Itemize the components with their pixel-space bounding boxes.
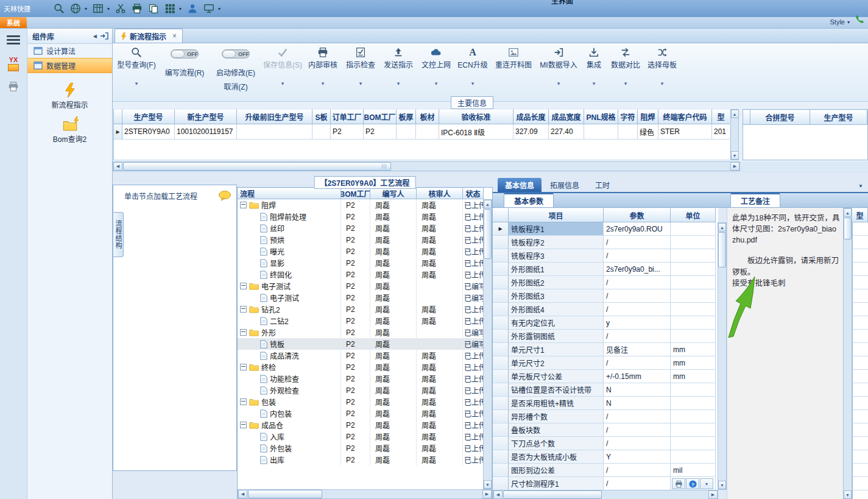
- param-item-cell[interactable]: 是否采用粗铣+精铣: [509, 397, 604, 410]
- param-value-cell[interactable]: /: [604, 356, 671, 370]
- grid-column-header[interactable]: S板: [312, 109, 331, 124]
- grid-column-header[interactable]: 生产型号: [122, 109, 175, 124]
- save-info-button[interactable]: 保存信息(S) ▾: [261, 43, 304, 101]
- grid-column-header[interactable]: 升级前旧生产型号: [237, 109, 312, 124]
- dropdown-arrow-icon[interactable]: ▾: [593, 80, 596, 87]
- grid-cell[interactable]: P2: [331, 124, 364, 140]
- shortcut-new-flow-instruction[interactable]: 新流程指示: [27, 83, 112, 110]
- param-unit-cell[interactable]: [671, 289, 716, 303]
- scroll-up-icon[interactable]: ▲: [718, 223, 726, 232]
- grid-column-header[interactable]: 字符: [618, 109, 638, 124]
- param-unit-cell[interactable]: mm: [671, 343, 716, 356]
- scroll-left-icon[interactable]: ◀: [113, 162, 122, 171]
- tree-expander-icon[interactable]: [240, 202, 247, 208]
- param-item-cell[interactable]: 单元尺寸1: [509, 343, 604, 356]
- param-row[interactable]: ▶ 外形图纸3 /: [493, 289, 718, 303]
- dropdown-arrow-icon[interactable]: ▾: [661, 80, 664, 87]
- param-row[interactable]: ▶ 外形图纸1 2s7er0y9a0_bi...: [493, 263, 718, 276]
- grid-cell[interactable]: IPC-6018 Ⅱ级: [439, 124, 513, 140]
- scroll-down-icon[interactable]: ▼: [731, 151, 739, 160]
- param-value-cell[interactable]: N: [604, 383, 671, 397]
- tab-new-flow-instruction[interactable]: 新流程指示 ×: [115, 29, 183, 43]
- grid-column-header[interactable]: 订单工厂: [331, 109, 364, 124]
- param-item-cell[interactable]: 铣板程序2: [509, 236, 604, 249]
- param-row[interactable]: ▶ 铣板程序3 /: [493, 249, 718, 263]
- collapse-left-icon[interactable]: ◀: [93, 34, 97, 39]
- 曝光[interactable]: 曝光 P2 周磊 周磊 已上传: [238, 246, 483, 257]
- scroll-thumb[interactable]: [484, 209, 492, 259]
- param-item-cell[interactable]: 单元尺寸2: [509, 356, 604, 370]
- scroll-up-icon[interactable]: ▲: [731, 110, 739, 118]
- 阻焊前处理[interactable]: 阻焊前处理 P2 周磊 周磊 已上传: [238, 211, 483, 222]
- params-column-header[interactable]: 参数: [604, 208, 671, 222]
- grid-column-header[interactable]: PNL规格: [584, 109, 618, 124]
- 阻焊[interactable]: 阻焊 P2 周磊 周磊 已上传: [238, 199, 483, 211]
- params-column-header[interactable]: 项目: [509, 208, 604, 222]
- param-value-cell[interactable]: 见备注: [604, 343, 671, 356]
- param-value-cell[interactable]: 2s7er0y9a0.ROU: [604, 222, 671, 236]
- param-unit-cell[interactable]: [671, 276, 716, 289]
- printer-icon[interactable]: [132, 3, 143, 14]
- grid-cell[interactable]: 绿色: [638, 124, 658, 140]
- ecn-upgrade-button[interactable]: A ECN升级 ▾: [455, 43, 490, 101]
- dropdown-arrow-icon[interactable]: ▾: [359, 80, 362, 87]
- scroll-left-icon[interactable]: ◀: [493, 490, 503, 499]
- param-value-cell[interactable]: Y: [604, 450, 671, 464]
- user-icon[interactable]: [187, 3, 198, 14]
- param-row[interactable]: ▶ 下刀点总个数 /: [493, 437, 718, 450]
- monitor-icon[interactable]: [203, 3, 214, 14]
- param-item-cell[interactable]: 图形到边公差: [509, 464, 604, 477]
- scroll-up-icon[interactable]: ▲: [844, 208, 852, 217]
- grid-column-header[interactable]: 板材: [416, 109, 439, 124]
- grid-column-header[interactable]: 合拼型号: [750, 110, 810, 125]
- param-item-cell[interactable]: 下刀点总个数: [509, 437, 604, 450]
- grid-cell[interactable]: 327.09: [513, 124, 549, 140]
- param-value-cell[interactable]: y: [604, 316, 671, 330]
- param-unit-cell[interactable]: [671, 450, 716, 464]
- scissors-icon[interactable]: [115, 3, 126, 14]
- scroll-thumb[interactable]: [123, 162, 391, 171]
- param-row[interactable]: ▶ 钻槽位置是否不设计铣带 N: [493, 383, 718, 397]
- send-instruction-button[interactable]: 发送指示 ▾: [379, 43, 417, 101]
- param-value-cell[interactable]: /: [604, 236, 671, 249]
- help-button[interactable]: [686, 478, 699, 489]
- nav-item-design-algorithm[interactable]: 设计算法: [27, 44, 112, 58]
- param-row[interactable]: ▶ 图形到边公差 / mil: [493, 464, 718, 477]
- grid-column-header[interactable]: 阻焊: [638, 109, 658, 124]
- dropdown-arrow-icon[interactable]: ▾: [557, 80, 560, 87]
- param-row[interactable]: ▶ 外形图纸4 /: [493, 303, 718, 316]
- param-value-cell[interactable]: /: [604, 276, 671, 289]
- param-item-cell[interactable]: 外形图纸3: [509, 289, 604, 303]
- param-unit-cell[interactable]: mm: [671, 370, 716, 383]
- param-unit-cell[interactable]: [671, 316, 716, 330]
- param-row[interactable]: ▶ 是否采用粗铣+精铣 N: [493, 397, 718, 410]
- param-item-cell[interactable]: 叠板块数: [509, 423, 604, 437]
- dropdown-arrow-icon[interactable]: ▾: [435, 80, 438, 87]
- param-unit-cell[interactable]: [671, 437, 716, 450]
- scroll-thumb[interactable]: [503, 490, 602, 499]
- globe-icon[interactable]: [70, 3, 81, 14]
- search-icon[interactable]: [54, 3, 65, 14]
- 成品仓[interactable]: 成品仓 P2 周磊 周磊 已上传: [238, 419, 483, 431]
- param-row[interactable]: ▶ 铣板程序1 2s7er0y9a0.ROU: [493, 222, 718, 236]
- 包装[interactable]: 包装 P2 周磊 周磊 已上传: [238, 396, 483, 408]
- grid-column-header[interactable]: 成品宽度: [549, 109, 584, 124]
- cancel-button[interactable]: 取消(Z): [224, 81, 247, 91]
- toggle-off-switch[interactable]: OFF: [171, 49, 199, 58]
- flow-column-header[interactable]: 状态: [463, 188, 484, 199]
- scroll-up-icon[interactable]: ▲: [484, 200, 492, 208]
- dropdown-arrow-icon[interactable]: ▾: [85, 6, 87, 12]
- device-icon[interactable]: [8, 81, 19, 94]
- 功能检查[interactable]: 功能检查 P2 周磊 周磊 已上传: [238, 373, 483, 384]
- param-unit-cell[interactable]: [671, 303, 716, 316]
- dropdown-arrow-icon[interactable]: ▾: [397, 80, 400, 87]
- grid-column-header[interactable]: 验收标准: [439, 109, 513, 124]
- param-unit-cell[interactable]: [671, 383, 716, 397]
- grid-column-header[interactable]: 终端客户代码: [658, 109, 712, 124]
- param-item-cell[interactable]: 外形图纸2: [509, 276, 604, 289]
- menu-icon[interactable]: [7, 34, 20, 46]
- flow-column-header[interactable]: 流程: [238, 188, 341, 199]
- scroll-right-icon[interactable]: ▶: [730, 162, 739, 171]
- param-item-cell[interactable]: 是否为大板铣成小板: [509, 450, 604, 464]
- param-value-cell[interactable]: /: [604, 410, 671, 423]
